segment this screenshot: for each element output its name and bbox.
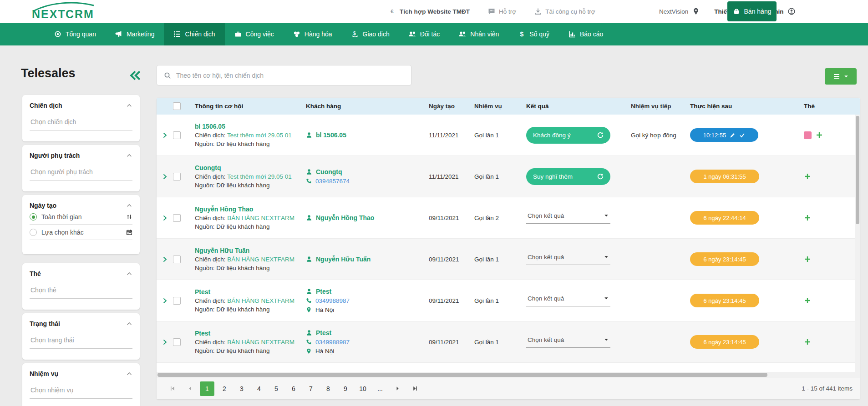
date-option-toan-thoi-gian[interactable]: Toàn thời gian <box>30 209 132 225</box>
row-checkbox[interactable] <box>173 256 181 263</box>
opportunity-name[interactable]: Nguyễn Hồng Thao <box>195 206 253 213</box>
column-header-customer[interactable]: Khách hàng <box>302 103 421 110</box>
pencil-icon[interactable] <box>730 132 736 138</box>
customer-phone[interactable]: 0349988987 <box>315 297 350 304</box>
pagination-last-button[interactable] <box>407 381 422 396</box>
expand-row-icon[interactable] <box>162 339 168 345</box>
row-checkbox[interactable] <box>173 214 181 222</box>
column-header-result[interactable]: Kết quả <box>519 103 624 110</box>
customer-name[interactable]: Nguyễn Hồng Thao <box>316 214 374 221</box>
radio-toan-thoi-gian[interactable] <box>30 213 37 221</box>
expand-row-icon[interactable] <box>162 215 168 221</box>
top-link-ho-tro[interactable]: Hỗ trợ <box>488 8 516 15</box>
customer-name[interactable]: Ptest <box>316 329 331 336</box>
tag-swatch[interactable] <box>804 131 812 139</box>
nav-item-doi-tac[interactable]: Đối tác <box>399 23 450 45</box>
filter-input-trang-thai[interactable] <box>30 333 132 349</box>
refresh-icon[interactable] <box>597 173 604 180</box>
result-pill[interactable]: Khách đồng ý <box>526 127 610 144</box>
pagination-page-10[interactable]: 10 <box>355 381 370 396</box>
result-pill[interactable]: Suy nghĩ thêm <box>526 168 610 185</box>
campaign-link[interactable]: BÁN HÀNG NEXTFARM <box>227 339 294 346</box>
refresh-icon[interactable] <box>597 132 604 138</box>
select-all-checkbox[interactable] <box>173 102 181 110</box>
opportunity-name[interactable]: bl 1506.05 <box>195 123 225 130</box>
result-select[interactable]: Chọn kết quả <box>526 295 610 306</box>
nav-item-marketing[interactable]: Marketing <box>106 23 164 45</box>
pagination-page-1[interactable]: 1 <box>200 381 214 396</box>
customer-phone[interactable]: 0394857674 <box>315 178 350 185</box>
nav-item-so-quy[interactable]: $Sổ quỹ <box>508 23 559 45</box>
column-header-next-task[interactable]: Nhiệm vụ tiếp <box>624 103 685 110</box>
add-tag-button[interactable] <box>816 131 823 139</box>
nav-item-bao-cao[interactable]: Báo cáo <box>559 23 613 45</box>
column-header-task[interactable]: Nhiệm vụ <box>465 103 519 110</box>
calendar-icon[interactable] <box>126 229 132 236</box>
row-checkbox[interactable] <box>173 338 181 346</box>
opportunity-name[interactable]: Ptest <box>195 330 210 337</box>
customer-name[interactable]: Nguyễn Hữu Tuấn <box>316 256 371 263</box>
horizontal-scrollbar-thumb[interactable] <box>157 373 767 377</box>
row-checkbox[interactable] <box>173 131 181 139</box>
sidebar-collapse-button[interactable] <box>129 70 141 81</box>
chevron-up-icon[interactable] <box>126 202 132 209</box>
nav-item-hang-hoa[interactable]: Hàng hóa <box>284 23 342 45</box>
nav-item-ban-hang[interactable]: Bán hàng <box>727 1 777 21</box>
chevron-up-icon[interactable] <box>126 102 132 109</box>
add-tag-button[interactable] <box>804 256 811 263</box>
campaign-link[interactable]: Test thêm mới 29.05 01 <box>227 173 292 180</box>
radio-lua-chon-khac[interactable] <box>30 229 37 236</box>
nav-item-nhan-vien[interactable]: Nhân viên <box>449 23 508 45</box>
chevron-up-icon[interactable] <box>126 321 132 327</box>
nav-item-giao-dich[interactable]: $Giao dịch <box>342 23 399 45</box>
filter-input-chien-dich[interactable] <box>30 115 132 130</box>
result-select[interactable]: Chọn kết quả <box>526 336 610 348</box>
column-header-tag[interactable]: Thẻ <box>798 103 860 110</box>
search-input[interactable] <box>176 72 404 79</box>
pagination-first-button[interactable] <box>165 381 180 396</box>
vertical-scrollbar-thumb[interactable] <box>856 116 859 224</box>
check-icon[interactable] <box>739 132 745 138</box>
chevron-up-icon[interactable] <box>126 271 132 277</box>
campaign-link[interactable]: Test thêm mới 29.05 01 <box>227 132 292 139</box>
filter-input-the[interactable] <box>30 283 132 299</box>
column-header-execute-after[interactable]: Thực hiện sau <box>685 103 798 110</box>
expand-row-icon[interactable] <box>162 174 168 180</box>
expand-row-icon[interactable] <box>162 256 168 262</box>
opportunity-name[interactable]: Nguyễn Hữu Tuấn <box>195 247 249 254</box>
campaign-link[interactable]: BÁN HÀNG NEXTFARM <box>227 256 294 263</box>
add-tag-button[interactable] <box>804 297 811 304</box>
column-header-info[interactable]: Thông tin cơ hội <box>189 103 302 110</box>
pagination-page-6[interactable]: 6 <box>286 381 301 396</box>
add-tag-button[interactable] <box>804 214 811 221</box>
date-option-lua-chon-khac[interactable]: Lựa chọn khác <box>30 225 132 240</box>
branch-selector[interactable]: NextVision <box>659 8 700 15</box>
column-header-date[interactable]: Ngày tạo <box>421 103 465 110</box>
row-checkbox[interactable] <box>173 173 181 180</box>
campaign-link[interactable]: BÁN HÀNG NEXTFARM <box>227 297 294 304</box>
nav-item-cong-viec[interactable]: Công việc <box>225 23 284 45</box>
expand-row-icon[interactable] <box>162 298 168 304</box>
pagination-page-8[interactable]: 8 <box>321 381 335 396</box>
opportunity-name[interactable]: Ptest <box>195 288 210 296</box>
customer-name[interactable]: Ptest <box>316 288 331 295</box>
customer-name[interactable]: bl 1506.05 <box>316 131 346 139</box>
nav-item-tong-quan[interactable]: Tổng quan <box>45 23 106 45</box>
customer-phone[interactable]: 0349988987 <box>315 339 350 346</box>
pagination-page-3[interactable]: 3 <box>234 381 249 396</box>
horizontal-scrollbar[interactable] <box>157 372 860 378</box>
expand-row-icon[interactable] <box>162 132 168 138</box>
grid-options-button[interactable] <box>825 68 857 85</box>
campaign-link[interactable]: BÁN HÀNG NEXTFARM <box>227 215 294 221</box>
filter-input-nhiem-vu[interactable] <box>30 383 132 399</box>
pagination-page-5[interactable]: 5 <box>269 381 284 396</box>
pagination-page-7[interactable]: 7 <box>304 381 318 396</box>
pagination-page-4[interactable]: 4 <box>252 381 266 396</box>
pagination-page-...[interactable]: ... <box>373 381 387 396</box>
pagination-next-button[interactable] <box>390 381 405 396</box>
countdown-timer[interactable]: 10:12:55 <box>690 128 758 142</box>
chevron-up-icon[interactable] <box>126 152 132 159</box>
opportunity-name[interactable]: Cuongtq <box>195 164 221 171</box>
add-tag-button[interactable] <box>804 173 811 180</box>
top-link-tich-hop[interactable]: € Tích hợp Website TMĐT <box>390 8 470 15</box>
